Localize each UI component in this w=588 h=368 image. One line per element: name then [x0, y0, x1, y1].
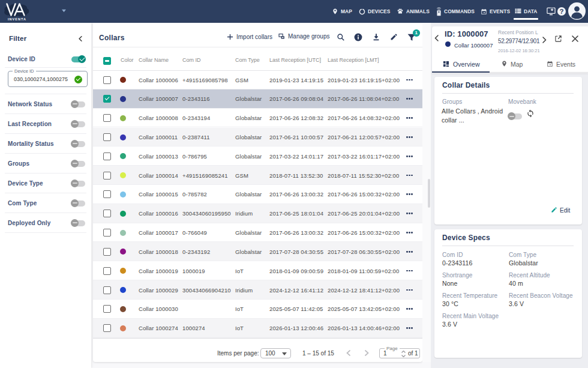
- svg-text:INVENTA: INVENTA: [8, 17, 26, 21]
